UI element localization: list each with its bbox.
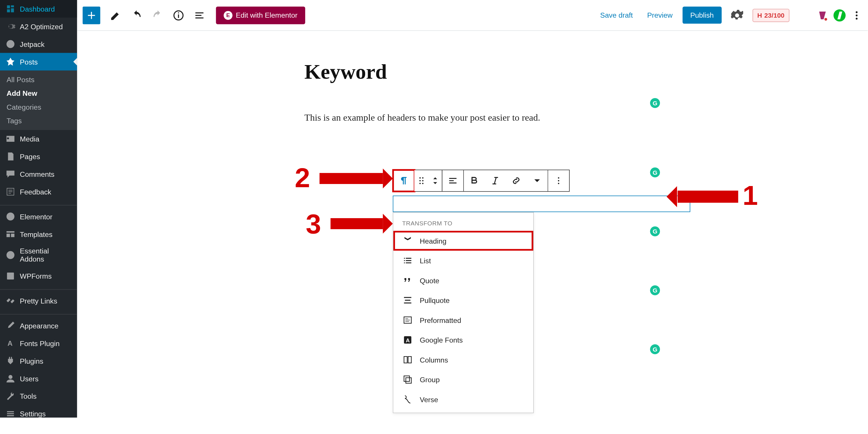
svg-rect-24 [408,356,411,363]
grammarly-icon[interactable] [650,167,660,177]
sidebar-label: Pretty Links [20,297,57,305]
yoast-indicator-icon[interactable] [817,9,828,21]
jetpack-status-icon[interactable] [834,9,846,21]
elementor-e-icon: E [224,11,232,20]
editor-canvas[interactable]: Keyword This is an example of headers to… [77,31,868,418]
move-buttons[interactable] [429,170,442,191]
sidebar-sub-categories[interactable]: Categories [0,100,77,114]
grammarly-icon[interactable] [650,344,660,354]
settings-gear-button[interactable] [727,5,747,25]
redo-button[interactable] [148,5,167,25]
gear-icon [731,9,743,21]
sidebar-item-media[interactable]: Media [0,130,77,148]
selected-block-outline[interactable] [393,195,690,212]
transform-item-heading[interactable]: Heading [393,231,533,251]
paragraph-block[interactable]: This is an example of headers to make yo… [304,110,640,126]
sidebar-item-feedback[interactable]: Feedback [0,183,77,200]
sidebar-sub-allposts[interactable]: All Posts [0,73,77,87]
info-button[interactable] [169,5,189,25]
chevron-down-icon [431,181,439,186]
grammarly-icon[interactable] [650,226,660,237]
sidebar-sub-addnew[interactable]: Add New [0,87,77,100]
sidebar-item-users[interactable]: Users [0,370,77,388]
sidebar-label: Jetpack [20,40,44,48]
transform-item-googlefonts[interactable]: AGoogle Fonts [393,330,533,350]
sidebar-item-essential[interactable]: Essential Addons [0,243,77,267]
more-options-button[interactable] [851,5,862,25]
sidebar-item-jetpack[interactable]: Jetpack [0,35,77,53]
sidebar-label: WPForms [20,272,52,280]
block-type-button[interactable] [393,170,414,191]
svg-point-8 [856,11,858,13]
outline-button[interactable] [189,5,210,25]
sidebar-item-appearance[interactable]: Appearance [0,317,77,335]
gear-icon [5,22,16,31]
transform-item-columns[interactable]: Columns [393,350,533,370]
sidebar-item-plugins[interactable]: Plugins [0,352,77,370]
transform-item-verse[interactable]: Verse [393,390,533,409]
transform-label: Google Fonts [420,336,463,344]
undo-button[interactable] [127,5,147,25]
save-draft-button[interactable]: Save draft [596,8,637,23]
link-icon [5,296,16,306]
transform-label: Group [420,376,440,384]
pilcrow-icon [398,175,409,186]
sidebar-item-dashboard[interactable]: Dashboard [0,0,77,18]
elementor-icon [5,212,16,221]
sidebar-item-tools[interactable]: Tools [0,388,77,405]
editor-toolbar: EEdit with Elementor Save draft Preview … [77,0,868,31]
svg-point-19 [558,183,559,184]
addons-icon [5,250,16,260]
block-more-button[interactable] [548,170,569,191]
post-title[interactable]: Keyword [304,60,640,84]
sidebar-label: Essential Addons [20,247,72,263]
sidebar-label: Templates [20,230,53,239]
align-button[interactable] [442,170,463,191]
publish-button[interactable]: Publish [683,7,721,24]
sidebar-label: Fonts Plugin [20,339,60,347]
add-block-button[interactable] [83,6,100,24]
elementor-button[interactable]: EEdit with Elementor [216,6,305,24]
sidebar-item-comments[interactable]: Comments [0,165,77,183]
edit-mode-button[interactable] [106,5,126,25]
transform-item-pullquote[interactable]: Pullquote [393,290,533,310]
sidebar-item-fontsplugin[interactable]: AFonts Plugin [0,335,77,352]
sidebar-item-wpforms[interactable]: WPForms [0,267,77,285]
settings-icon [5,409,16,417]
sidebar-sub-tags[interactable]: Tags [0,114,77,128]
svg-point-12 [422,177,424,179]
sidebar-label: Settings [20,410,46,418]
quote-icon [402,275,413,286]
preview-button[interactable]: Preview [643,8,677,23]
transform-item-preformatted[interactable]: Preformatted [393,310,533,330]
sidebar-item-posts[interactable]: Posts [0,53,77,71]
sidebar-item-a2[interactable]: A2 Optimized [0,18,77,35]
grammarly-icon[interactable] [650,285,660,295]
wrench-icon [5,391,16,401]
grammarly-icon[interactable] [650,98,660,108]
sidebar-item-elementor[interactable]: Elementor [0,208,77,225]
transform-item-list[interactable]: List [393,251,533,271]
chevron-up-icon [431,175,439,181]
sidebar-item-templates[interactable]: Templates [0,225,77,243]
more-rich-button[interactable] [527,170,548,191]
post-content: Keyword This is an example of headers to… [304,60,640,126]
transform-item-group[interactable]: Group [393,370,533,390]
svg-text:A: A [406,337,410,343]
svg-point-16 [422,183,424,184]
sidebar-item-prettylinks[interactable]: Pretty Links [0,292,77,310]
italic-button[interactable] [485,170,506,191]
svg-point-1 [6,213,14,220]
dashboard-icon [5,4,16,13]
kebab-icon [851,9,862,21]
headline-score-badge[interactable]: H23/100 [752,9,789,22]
bold-button[interactable] [464,170,485,191]
link-button[interactable] [506,170,527,191]
transform-item-quote[interactable]: Quote [393,271,533,290]
sidebar-item-pages[interactable]: Pages [0,148,77,165]
columns-icon [402,354,413,365]
drag-handle[interactable] [414,170,429,191]
sidebar-label: Pages [20,152,40,161]
chevron-down-icon [531,175,542,186]
sidebar-item-settings[interactable]: Settings [0,405,77,417]
